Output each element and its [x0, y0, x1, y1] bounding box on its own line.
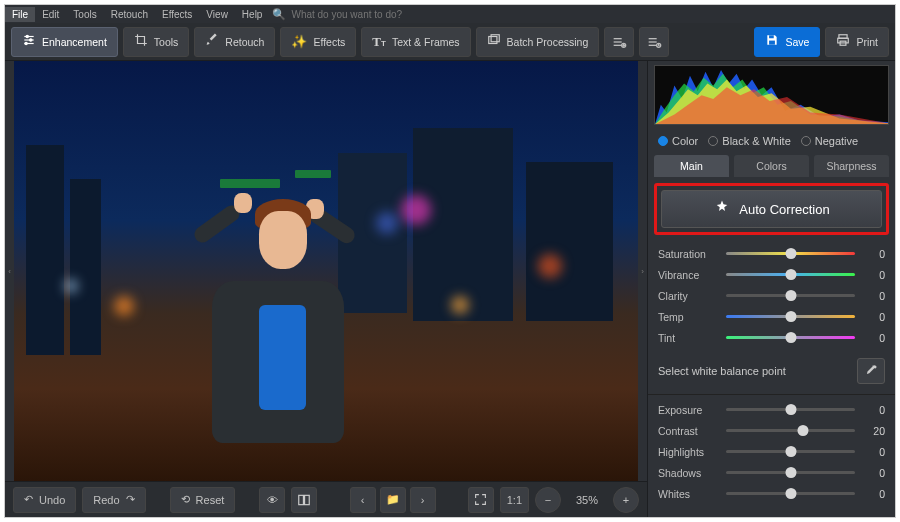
radio-color[interactable]: Color	[658, 135, 698, 147]
menu-view[interactable]: View	[199, 7, 235, 22]
slider-clarity: Clarity0	[658, 285, 885, 306]
slider-thumb[interactable]	[785, 488, 796, 499]
slider-exposure: Exposure0	[658, 399, 885, 420]
slider-thumb[interactable]	[785, 290, 796, 301]
chevron-right-icon: ›	[421, 494, 425, 506]
slider-thumb[interactable]	[785, 467, 796, 478]
svg-rect-18	[770, 35, 775, 38]
brush-icon	[205, 33, 219, 50]
reset-icon: ⟲	[181, 493, 190, 506]
slider-value: 0	[861, 446, 885, 458]
next-button[interactable]: ›	[410, 487, 436, 513]
tab-label: Batch Processing	[507, 36, 589, 48]
settings-add-button[interactable]	[604, 27, 634, 57]
app-window: File Edit Tools Retouch Effects View Hel…	[4, 4, 896, 518]
tab-sharpness[interactable]: Sharpness	[814, 155, 889, 177]
save-icon	[765, 33, 779, 50]
browse-button[interactable]: 📁	[380, 487, 406, 513]
slider-highlights: Highlights0	[658, 441, 885, 462]
actual-size-button[interactable]: 1:1	[500, 487, 529, 513]
slider-track[interactable]	[726, 429, 855, 432]
svg-point-5	[25, 42, 27, 44]
slider-value: 0	[861, 311, 885, 323]
menu-help[interactable]: Help	[235, 7, 270, 22]
radio-bw[interactable]: Black & White	[708, 135, 790, 147]
slider-thumb[interactable]	[785, 269, 796, 280]
menu-effects[interactable]: Effects	[155, 7, 199, 22]
slider-tint: Tint0	[658, 327, 885, 348]
slider-track[interactable]	[726, 492, 855, 495]
slider-label: Vibrance	[658, 269, 720, 281]
slider-thumb[interactable]	[798, 425, 809, 436]
tab-main[interactable]: Main	[654, 155, 729, 177]
compare-button[interactable]	[291, 487, 317, 513]
radio-label: Black & White	[722, 135, 790, 147]
slider-label: Clarity	[658, 290, 720, 302]
redo-button[interactable]: Redo ↷	[82, 487, 145, 513]
slider-track[interactable]	[726, 294, 855, 297]
histogram[interactable]	[654, 65, 889, 125]
slider-value: 0	[861, 332, 885, 344]
minus-icon: −	[545, 494, 551, 506]
svg-rect-19	[770, 41, 776, 45]
menu-edit[interactable]: Edit	[35, 7, 66, 22]
image-canvas[interactable]	[14, 61, 638, 481]
zoom-out-button[interactable]: −	[535, 487, 561, 513]
tab-colors[interactable]: Colors	[734, 155, 809, 177]
color-sliders: Saturation0 Vibrance0 Clarity0 Temp0 Tin…	[648, 241, 895, 352]
eyedropper-button[interactable]	[857, 358, 885, 384]
radio-dot-icon	[801, 136, 811, 146]
slider-thumb[interactable]	[785, 311, 796, 322]
fit-screen-button[interactable]	[468, 487, 494, 513]
slider-thumb[interactable]	[785, 332, 796, 343]
prev-button[interactable]: ‹	[350, 487, 376, 513]
slider-label: Exposure	[658, 404, 720, 416]
next-image-strip[interactable]: ›	[638, 61, 647, 481]
slider-track[interactable]	[726, 315, 855, 318]
prev-image-strip[interactable]: ‹	[5, 61, 14, 481]
wand-star-icon	[713, 199, 731, 220]
right-panel: Color Black & White Negative Main Colors…	[647, 61, 895, 517]
slider-thumb[interactable]	[785, 404, 796, 415]
settings-history-button[interactable]	[639, 27, 669, 57]
tab-label: Text & Frames	[392, 36, 460, 48]
print-button[interactable]: Print	[825, 27, 889, 57]
menu-retouch[interactable]: Retouch	[104, 7, 155, 22]
undo-label: Undo	[39, 494, 65, 506]
radio-negative[interactable]: Negative	[801, 135, 858, 147]
tab-text-frames[interactable]: TT Text & Frames	[361, 27, 470, 57]
slider-track[interactable]	[726, 471, 855, 474]
slider-track[interactable]	[726, 450, 855, 453]
radio-dot-icon	[708, 136, 718, 146]
auto-correction-label: Auto Correction	[739, 202, 829, 217]
plus-icon: +	[623, 494, 629, 506]
tab-effects[interactable]: ✨ Effects	[280, 27, 356, 57]
slider-contrast: Contrast20	[658, 420, 885, 441]
slider-track[interactable]	[726, 408, 855, 411]
radio-label: Negative	[815, 135, 858, 147]
tab-tools[interactable]: Tools	[123, 27, 190, 57]
menu-tools[interactable]: Tools	[66, 7, 103, 22]
slider-track[interactable]	[726, 252, 855, 255]
auto-correction-button[interactable]: Auto Correction	[661, 190, 882, 228]
slider-thumb[interactable]	[785, 446, 796, 457]
svg-point-4	[30, 39, 32, 41]
slider-vibrance: Vibrance0	[658, 264, 885, 285]
zoom-in-button[interactable]: +	[613, 487, 639, 513]
tab-enhancement[interactable]: Enhancement	[11, 27, 118, 57]
tab-batch[interactable]: Batch Processing	[476, 27, 600, 57]
search-input[interactable]	[291, 9, 451, 20]
slider-track[interactable]	[726, 336, 855, 339]
preview-toggle-button[interactable]: 👁	[259, 487, 285, 513]
images-icon	[487, 33, 501, 50]
reset-button[interactable]: ⟲ Reset	[170, 487, 236, 513]
tab-retouch[interactable]: Retouch	[194, 27, 275, 57]
slider-label: Whites	[658, 488, 720, 500]
save-button[interactable]: Save	[754, 27, 820, 57]
menu-search: 🔍	[272, 8, 451, 21]
slider-track[interactable]	[726, 273, 855, 276]
undo-button[interactable]: ↶ Undo	[13, 487, 76, 513]
menu-file[interactable]: File	[5, 7, 35, 22]
slider-shadows: Shadows0	[658, 462, 885, 483]
slider-thumb[interactable]	[785, 248, 796, 259]
